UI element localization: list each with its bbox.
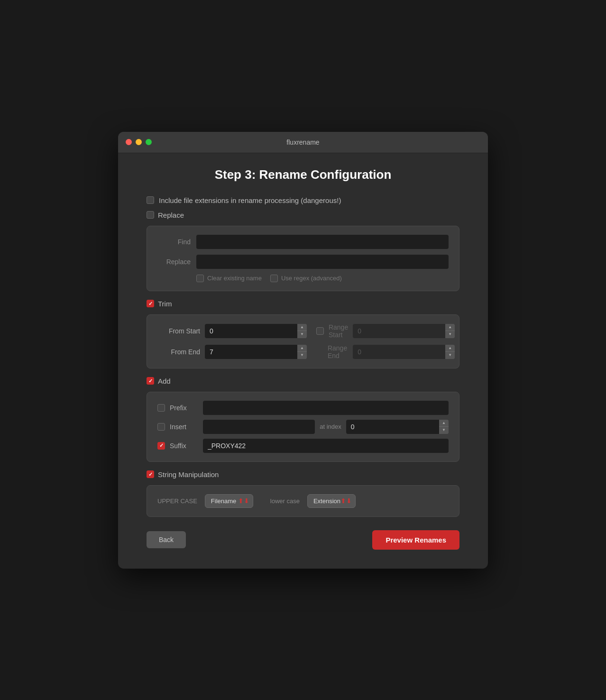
range-end-stepper-buttons: ▲ ▼: [445, 345, 455, 359]
string-manipulation-checkbox[interactable]: [147, 470, 154, 478]
titlebar: fluxrename: [118, 132, 488, 153]
clear-existing-checkbox[interactable]: [196, 275, 204, 282]
range-end-stepper: ▲ ▼: [353, 345, 455, 359]
app-window: fluxrename Step 3: Rename Configuration …: [118, 132, 488, 569]
clear-existing-option: Clear existing name: [196, 275, 262, 282]
prefix-row: Prefix: [157, 401, 449, 415]
insert-input[interactable]: [203, 420, 315, 434]
from-end-down-button[interactable]: ▼: [297, 351, 307, 359]
at-index-label: at index: [320, 423, 341, 430]
insert-checkbox[interactable]: [157, 423, 165, 431]
from-end-stepper-buttons: ▲ ▼: [297, 345, 307, 359]
trim-section-label: Trim: [158, 300, 172, 308]
from-start-up-button[interactable]: ▲: [297, 324, 307, 331]
range-end-field: Range End ▲ ▼: [316, 344, 455, 359]
from-start-input[interactable]: [205, 324, 297, 338]
suffix-checkbox[interactable]: [157, 442, 165, 450]
window-title: fluxrename: [286, 138, 319, 146]
from-start-stepper: ▲ ▼: [205, 324, 307, 338]
replace-label: Replace: [157, 258, 191, 266]
traffic-lights: [126, 139, 152, 145]
upper-case-label: UPPER CASE: [157, 497, 197, 505]
range-end-down-button[interactable]: ▼: [445, 351, 455, 359]
add-checkbox[interactable]: [147, 377, 154, 385]
range-start-input[interactable]: [353, 324, 445, 338]
bottom-bar: Back Preview Renames: [147, 530, 459, 550]
range-end-input[interactable]: [353, 345, 445, 359]
find-label: Find: [157, 238, 191, 246]
from-start-stepper-buttons: ▲ ▼: [297, 324, 307, 338]
range-end-up-button[interactable]: ▲: [445, 345, 455, 352]
main-content: Step 3: Rename Configuration Include fil…: [118, 153, 488, 569]
suffix-label: Suffix: [170, 442, 198, 450]
lower-case-label: lower case: [270, 497, 300, 505]
at-index-up-button[interactable]: ▲: [439, 420, 449, 427]
from-end-input[interactable]: [205, 345, 297, 359]
range-start-checkbox[interactable]: [316, 327, 324, 335]
prefix-input[interactable]: [203, 401, 449, 415]
from-end-label: From End: [157, 348, 200, 356]
replace-section-header: Replace: [147, 211, 459, 219]
replace-options-row: Clear existing name Use regex (advanced): [157, 275, 449, 282]
range-start-field: Range Start ▲ ▼: [316, 323, 455, 339]
find-row: Find: [157, 235, 449, 249]
replace-panel: Find Replace Clear existing name Use reg…: [147, 226, 459, 291]
suffix-row: Suffix: [157, 439, 449, 453]
from-start-label: From Start: [157, 327, 200, 335]
string-manipulation-section-header: String Manipulation: [147, 470, 459, 479]
at-index-down-button[interactable]: ▼: [439, 426, 449, 434]
upper-case-select-wrapper: None Filename Extension Both ⬆⬇: [205, 494, 253, 508]
range-end-label: Range End: [328, 344, 348, 359]
replace-input[interactable]: [196, 255, 449, 269]
trim-section-header: Trim: [147, 300, 459, 308]
find-input[interactable]: [196, 235, 449, 249]
lower-case-select-wrapper: None Filename Extension Both ⬆⬇: [307, 494, 356, 508]
trim-panel: From Start ▲ ▼ Range Start: [147, 314, 459, 368]
at-index-stepper: ▲ ▼: [346, 420, 449, 434]
string-manipulation-panel: UPPER CASE None Filename Extension Both …: [147, 485, 459, 517]
at-index-input[interactable]: [346, 420, 439, 434]
include-extensions-row: Include file extensions in rename proces…: [147, 196, 459, 204]
use-regex-checkbox[interactable]: [270, 275, 278, 282]
back-button[interactable]: Back: [147, 531, 186, 548]
lower-case-select[interactable]: None Filename Extension Both: [307, 494, 356, 508]
maximize-button[interactable]: [146, 139, 152, 145]
preview-renames-button[interactable]: Preview Renames: [372, 530, 459, 550]
suffix-input[interactable]: [203, 439, 449, 453]
range-start-stepper: ▲ ▼: [353, 324, 455, 338]
clear-existing-label: Clear existing name: [207, 275, 262, 282]
page-title: Step 3: Rename Configuration: [147, 167, 459, 182]
replace-checkbox[interactable]: [147, 211, 154, 219]
insert-row: Insert at index ▲ ▼: [157, 420, 449, 434]
include-extensions-checkbox[interactable]: [147, 196, 154, 204]
string-manipulation-section-label: String Manipulation: [158, 470, 219, 479]
at-index-stepper-buttons: ▲ ▼: [439, 420, 449, 434]
string-manipulation-row: UPPER CASE None Filename Extension Both …: [157, 494, 449, 508]
replace-row: Replace: [157, 255, 449, 269]
minimize-button[interactable]: [136, 139, 142, 145]
insert-label: Insert: [170, 423, 198, 431]
upper-case-select[interactable]: None Filename Extension Both: [205, 494, 253, 508]
prefix-label: Prefix: [170, 404, 198, 412]
trim-grid: From Start ▲ ▼ Range Start: [157, 323, 449, 359]
add-panel: Prefix Insert at index ▲ ▼: [147, 392, 459, 462]
from-end-stepper: ▲ ▼: [205, 345, 307, 359]
from-start-field: From Start ▲ ▼: [157, 323, 307, 339]
use-regex-option: Use regex (advanced): [270, 275, 342, 282]
add-section-label: Add: [158, 377, 171, 385]
close-button[interactable]: [126, 139, 132, 145]
range-start-up-button[interactable]: ▲: [445, 324, 455, 331]
range-start-label: Range Start: [329, 323, 348, 339]
use-regex-label: Use regex (advanced): [281, 275, 342, 282]
replace-section-label: Replace: [158, 211, 184, 219]
from-end-field: From End ▲ ▼: [157, 344, 307, 359]
range-start-stepper-buttons: ▲ ▼: [445, 324, 455, 338]
prefix-checkbox[interactable]: [157, 404, 165, 412]
range-start-down-button[interactable]: ▼: [445, 331, 455, 338]
add-section-header: Add: [147, 377, 459, 385]
trim-checkbox[interactable]: [147, 300, 154, 307]
from-end-up-button[interactable]: ▲: [297, 345, 307, 352]
from-start-down-button[interactable]: ▼: [297, 331, 307, 338]
include-extensions-label: Include file extensions in rename proces…: [159, 196, 341, 204]
